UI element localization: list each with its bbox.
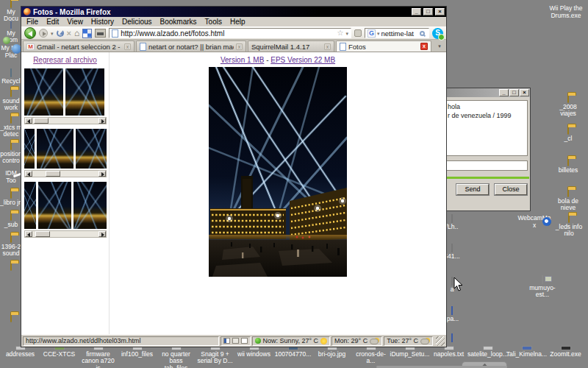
desktop-icon-firmware[interactable]: firmware canon a720 is: [79, 346, 117, 368]
desktop-icon-bri-ojo[interactable]: bri-ojo.jpg: [313, 346, 351, 368]
desktop-icon-folder-partial[interactable]: [0, 263, 22, 271]
engine-dropdown-icon[interactable]: ▾: [377, 31, 380, 36]
tag-stamp-icon[interactable]: [95, 29, 106, 38]
chevron-down-icon[interactable]: ▾: [51, 31, 54, 36]
all-tabs-dropdown-icon[interactable]: ▾: [434, 40, 445, 52]
thumbnail-scrollbar-3[interactable]: [24, 230, 107, 238]
close-button[interactable]: Close: [495, 184, 527, 195]
thumbnail-photo[interactable]: [24, 129, 35, 169]
desktop-icon-wii-windows[interactable]: wii windows: [235, 346, 273, 368]
chat-message-area[interactable]: hola r de venezuela / 1999: [445, 100, 528, 156]
search-icon[interactable]: [420, 31, 425, 36]
desktop-icon-bola-de-nieve[interactable]: bola de nieve: [551, 190, 585, 212]
tab-gmail[interactable]: Gmail - netart seleccion 2 - 34s56w@gm..…: [23, 40, 135, 52]
desktop-icon-tali-kimelna[interactable]: Tali_Kimelna...: [508, 346, 545, 368]
desktop-icon-sub[interactable]: _sub: [0, 213, 22, 228]
forward-button[interactable]: [39, 29, 48, 38]
tab-netart[interactable]: netart or notart? || brian mackern || ne…: [136, 40, 246, 52]
desktop-icon-1396-sound[interactable]: 1396-2 sound: [0, 236, 22, 258]
tab-close-icon[interactable]: x: [236, 43, 243, 50]
scrollbar-thumb[interactable]: [35, 231, 50, 237]
plaza-night-photo[interactable]: [209, 67, 347, 277]
tab-close-icon[interactable]: x: [124, 43, 131, 50]
desktop-icon-mumuyo[interactable]: mumuyo-est...: [523, 277, 562, 299]
grid-icon[interactable]: [232, 338, 239, 344]
desktop-icon-cronos[interactable]: cronos-de-a...: [352, 346, 390, 368]
desktop-icon-no-quarter[interactable]: no quarter bass tab_files: [157, 346, 195, 368]
desktop-icon-xtcs[interactable]: _xtcs m detec: [0, 116, 22, 138]
split-square-icon[interactable]: [223, 338, 230, 344]
scroll-left-icon[interactable]: [25, 118, 32, 124]
toolbar-addon-icon[interactable]: [354, 29, 362, 37]
maximize-icon[interactable]: □: [509, 89, 519, 96]
url-bar[interactable]: ☆ ▾: [109, 28, 351, 38]
scroll-right-icon[interactable]: [98, 118, 106, 124]
delicious-icon[interactable]: [82, 29, 92, 38]
desktop-icon-inf100[interactable]: inf100_files: [118, 346, 156, 368]
send-button[interactable]: Send: [456, 184, 489, 195]
weather-tue-panel[interactable]: Tue: 27° C: [384, 336, 433, 346]
desktop-icon-libro[interactable]: _libro jn: [0, 191, 22, 206]
thumbnail-photo[interactable]: [65, 68, 104, 116]
version-1mb-link[interactable]: Version 1 MB: [220, 56, 264, 64]
thumbnail-photo[interactable]: [24, 182, 36, 229]
desktop-icon-leds-info-nilo[interactable]: _leds info nilo: [551, 216, 587, 238]
tab-close-icon[interactable]: x: [324, 43, 331, 50]
thumbnail-scrollbar-2[interactable]: [24, 170, 107, 177]
thumbnail-photo[interactable]: [38, 182, 71, 229]
minimize-icon[interactable]: _: [412, 8, 421, 15]
menu-tools[interactable]: Tools: [205, 18, 222, 26]
maximize-icon[interactable]: □: [423, 8, 433, 15]
menu-edit[interactable]: Edit: [46, 18, 59, 26]
resize-grip[interactable]: [436, 336, 445, 346]
thumbnail-scrollbar-1[interactable]: [24, 117, 107, 124]
thumbnail-photo[interactable]: [76, 129, 107, 169]
mail-icon[interactable]: [241, 338, 248, 344]
window-titlebar[interactable]: Fotos - Mozilla Firefox _ □ ×: [21, 7, 446, 17]
tab-close-icon[interactable]: x: [420, 43, 428, 50]
tab-squirrelmail[interactable]: SquirrelMail 1.4.17 x: [248, 40, 334, 52]
scroll-right-icon[interactable]: [98, 171, 106, 177]
scroll-right-icon[interactable]: [98, 231, 106, 237]
desktop-icon-100704770[interactable]: 100704770...: [274, 346, 312, 368]
chat-input-field[interactable]: [445, 160, 528, 171]
thumbnail-photo[interactable]: [74, 182, 107, 229]
desktop-icon-idm-tools[interactable]: IDM Too: [0, 169, 22, 184]
stop-button[interactable]: ×: [67, 29, 71, 38]
scroll-left-icon[interactable]: [25, 171, 32, 177]
search-input[interactable]: [381, 29, 418, 38]
minimize-icon[interactable]: _: [499, 89, 509, 96]
refresh-button[interactable]: [57, 29, 64, 37]
menu-history[interactable]: History: [91, 18, 114, 26]
desktop-icon-my-documents[interactable]: My Docu: [0, 1, 22, 23]
weather-now-panel[interactable]: Now: Sunny, 27° C: [252, 336, 330, 346]
desktop-icon-position-control[interactable]: position contro: [0, 143, 22, 165]
desktop-icon-wii-play-drums[interactable]: Wii Play the Drums.exe: [545, 4, 587, 19]
desktop-icon-billetes[interactable]: billetes: [551, 159, 585, 174]
desktop-icon-2008-viajes[interactable]: _2008 viajes: [551, 96, 585, 118]
scrollbar-thumb[interactable]: [46, 171, 60, 177]
menu-file[interactable]: File: [26, 18, 38, 26]
desktop-icon-my-network-places[interactable]: My Net Plac: [0, 44, 22, 59]
close-icon[interactable]: ×: [520, 89, 529, 96]
menu-view[interactable]: View: [67, 18, 83, 26]
back-button[interactable]: [24, 27, 36, 39]
menu-bookmarks[interactable]: Bookmarks: [160, 18, 197, 26]
desktop-icon-folder-partial[interactable]: [0, 315, 22, 322]
scroll-left-icon[interactable]: [25, 231, 32, 237]
home-button[interactable]: ⌂: [74, 29, 79, 38]
tab-fotos-active[interactable]: Fotos x: [336, 40, 431, 52]
desktop-icon-cce-xtcs[interactable]: CCE-XTCS: [40, 346, 78, 368]
desktop-icon-idump[interactable]: iDump_Setu...: [391, 346, 429, 368]
desktop-icon-webcammax[interactable]: WebcamMax: [517, 214, 551, 229]
url-input[interactable]: [121, 29, 334, 38]
desktop-icon-addresses[interactable]: addresses: [1, 346, 39, 368]
url-dropdown-icon[interactable]: ▾: [345, 31, 348, 36]
bookmark-star-icon[interactable]: ☆: [337, 29, 344, 37]
close-icon[interactable]: ×: [435, 8, 445, 15]
desktop-icon-snagit[interactable]: Snagit 9 + serial By D...: [196, 346, 234, 368]
desktop-icon-sound-works[interactable]: sound work: [0, 90, 22, 112]
desktop-icon-cl[interactable]: _cl: [551, 127, 585, 142]
google-engine-icon[interactable]: G: [368, 29, 376, 38]
desktop-icon-zoomit[interactable]: ZoomIt.exe: [547, 346, 584, 368]
